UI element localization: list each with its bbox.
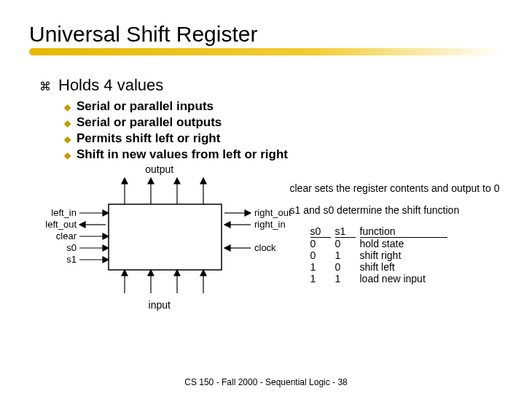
svg-marker-8 xyxy=(200,178,206,184)
svg-marker-24 xyxy=(103,245,109,251)
svg-marker-2 xyxy=(122,178,128,184)
truth-table: s0 s1 function 0 0 hold state 0 1 shift … xyxy=(310,225,504,284)
cell: load new input xyxy=(360,273,447,284)
sub-bullet-marker-icon: ◆ xyxy=(64,102,71,112)
bullet-main: ⌘ Holds 4 values xyxy=(39,76,503,95)
bullet-marker-icon: ⌘ xyxy=(39,80,51,93)
cell: 0 xyxy=(310,238,331,249)
svg-marker-30 xyxy=(224,222,230,228)
svg-marker-14 xyxy=(174,270,180,276)
svg-marker-28 xyxy=(245,210,251,216)
svg-marker-10 xyxy=(122,270,128,276)
title-underline xyxy=(29,48,503,55)
svg-marker-16 xyxy=(200,270,206,276)
sub-bullet: ◆ Permits shift left or right xyxy=(64,131,503,146)
slide-title: Universal Shift Register xyxy=(29,22,503,47)
th-s0: s0 xyxy=(310,225,331,238)
svg-marker-22 xyxy=(103,233,109,239)
cell: shift left xyxy=(360,261,447,273)
svg-marker-32 xyxy=(224,245,230,251)
cell: 1 xyxy=(335,249,356,261)
svg-marker-26 xyxy=(103,257,109,263)
pin-left-out: left_out xyxy=(45,219,77,230)
cell: 0 xyxy=(335,261,356,273)
svg-marker-18 xyxy=(103,210,109,216)
svg-marker-12 xyxy=(148,270,154,276)
sub-bullet-marker-icon: ◆ xyxy=(64,150,71,160)
diagram-bottom-label: input xyxy=(149,299,171,311)
pin-clock: clock xyxy=(254,242,276,253)
cell: 0 xyxy=(310,249,331,261)
pin-s0: s0 xyxy=(66,242,77,253)
svg-marker-20 xyxy=(79,222,85,228)
cell: shift right xyxy=(360,249,447,261)
sub-bullet: ◆ Shift in new values from left or right xyxy=(64,147,503,162)
bullet-main-text: Holds 4 values xyxy=(58,76,163,95)
svg-rect-0 xyxy=(109,204,222,270)
pin-left-in: left_in xyxy=(51,207,77,218)
cell: hold state xyxy=(360,238,447,249)
sub-bullet-text: Serial or parallel outputs xyxy=(77,115,222,130)
pin-right-in: right_in xyxy=(254,219,286,230)
th-s1: s1 xyxy=(335,225,356,238)
svg-marker-4 xyxy=(148,178,154,184)
sub-bullet-marker-icon: ◆ xyxy=(64,118,71,128)
pin-s1: s1 xyxy=(66,254,77,265)
cell: 1 xyxy=(310,261,331,273)
sub-bullet: ◆ Serial or parallel inputs xyxy=(64,99,503,114)
sub-bullets-list: ◆ Serial or parallel inputs ◆ Serial or … xyxy=(64,99,503,162)
sub-bullet-text: Shift in new values from left or right xyxy=(77,147,288,162)
th-function: function xyxy=(360,225,447,238)
select-note: s1 and s0 determine the shift function xyxy=(290,204,504,217)
svg-marker-6 xyxy=(174,178,180,184)
diagram-top-label: output xyxy=(145,163,173,175)
cell: 1 xyxy=(310,273,331,284)
cell: 0 xyxy=(335,238,356,249)
cell: 1 xyxy=(335,273,356,284)
sub-bullet: ◆ Serial or parallel outputs xyxy=(64,115,503,130)
sub-bullet-text: Permits shift left or right xyxy=(77,131,220,146)
shift-register-diagram: left_in left_out clear s0 s1 right_out r… xyxy=(28,175,291,299)
pin-clear: clear xyxy=(56,231,77,241)
sub-bullet-marker-icon: ◆ xyxy=(64,134,71,144)
sub-bullet-text: Serial or parallel inputs xyxy=(77,99,214,114)
pin-right-out: right_out xyxy=(254,207,291,218)
clear-note: clear sets the register contents and out… xyxy=(290,182,504,195)
slide-footer: CS 150 - Fall 2000 - Sequential Logic - … xyxy=(0,377,532,387)
